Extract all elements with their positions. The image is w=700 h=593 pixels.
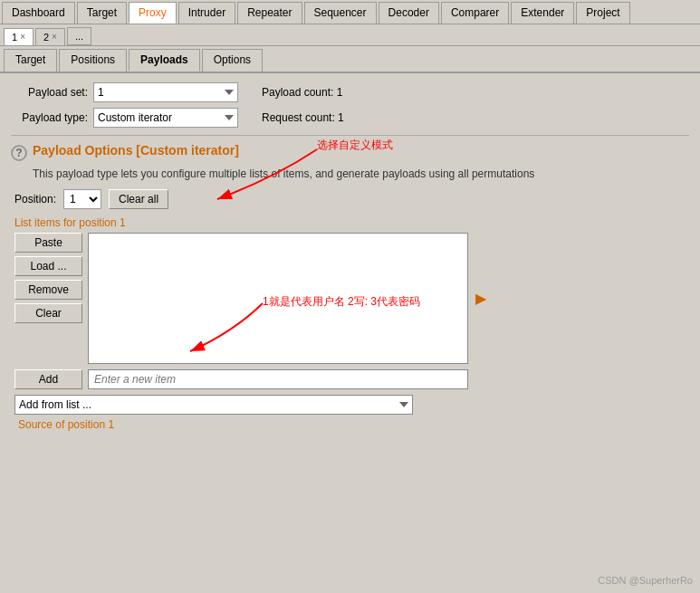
payload-type-label: Payload type:: [11, 111, 88, 124]
sub-tab-2-close[interactable]: ×: [52, 32, 57, 42]
main-tab-payloads[interactable]: Payloads: [129, 49, 200, 72]
payload-set-label: Payload set:: [11, 86, 88, 99]
options-section: ? Payload Options [Custom iterator] This…: [11, 143, 689, 431]
clear-all-button[interactable]: Clear all: [109, 189, 168, 209]
remove-button[interactable]: Remove: [14, 280, 82, 300]
payload-count: Payload count: 1: [262, 86, 342, 99]
add-input[interactable]: [88, 369, 468, 389]
tab-project[interactable]: Project: [576, 2, 629, 24]
options-desc: This payload type lets you configure mul…: [33, 167, 689, 182]
tab-target[interactable]: Target: [77, 2, 127, 24]
sub-tab-2[interactable]: 2 ×: [35, 28, 65, 45]
list-buttons: Paste Load ... Remove Clear: [14, 233, 82, 364]
payload-set-row: Payload set: 1 2 3 Payload count: 1: [11, 82, 689, 102]
load-button[interactable]: Load ...: [14, 256, 82, 276]
main-tab-options[interactable]: Options: [202, 49, 263, 72]
watermark: CSDN @SuperherRo: [598, 575, 693, 586]
add-row: Add: [14, 369, 689, 389]
sub-tab-1[interactable]: 1 ×: [4, 28, 34, 45]
tab-sequencer[interactable]: Sequencer: [304, 2, 377, 24]
tab-decoder[interactable]: Decoder: [379, 2, 439, 24]
main-tab-target[interactable]: Target: [4, 49, 57, 72]
tab-repeater[interactable]: Repeater: [237, 2, 302, 24]
menu-bar: Dashboard Target Proxy Intruder Repeater…: [0, 0, 700, 24]
options-header: ? Payload Options [Custom iterator]: [11, 143, 689, 161]
help-icon[interactable]: ?: [11, 145, 27, 161]
tab-comparer[interactable]: Comparer: [441, 2, 509, 24]
scroll-arrow-icon: ▶: [475, 290, 486, 307]
list-section: List items for position 1 Paste Load ...…: [14, 216, 689, 431]
add-from-list-row: Add from list ...: [14, 395, 689, 415]
list-area: Paste Load ... Remove Clear ▶: [14, 233, 689, 364]
tab-intruder[interactable]: Intruder: [178, 2, 235, 24]
add-from-list-select[interactable]: Add from list ...: [14, 395, 413, 415]
main-tab-bar: Target Positions Payloads Options: [0, 46, 700, 73]
position-label: Position:: [14, 193, 56, 206]
options-title: Payload Options [Custom iterator]: [33, 143, 239, 158]
paste-button[interactable]: Paste: [14, 233, 82, 253]
tab-extender[interactable]: Extender: [511, 2, 574, 24]
request-count: Request count: 1: [262, 111, 344, 124]
help-char: ?: [15, 147, 22, 159]
sub-tab-bar: 1 × 2 × ...: [0, 24, 700, 46]
clear-button[interactable]: Clear: [14, 303, 82, 323]
bottom-section-label: Source of position 1: [18, 418, 689, 431]
sub-tab-1-close[interactable]: ×: [20, 32, 25, 42]
sub-tab-1-label: 1: [12, 32, 17, 43]
payload-type-select[interactable]: Custom iterator Simple list Runtime file…: [93, 108, 238, 128]
payload-set-select[interactable]: 1 2 3: [93, 82, 238, 102]
divider-1: [11, 135, 689, 136]
main-tab-positions[interactable]: Positions: [59, 49, 127, 72]
add-button[interactable]: Add: [14, 369, 82, 389]
payload-type-row: Payload type: Custom iterator Simple lis…: [11, 108, 689, 128]
position-select[interactable]: 1 2 3: [63, 189, 101, 209]
position-row: Position: 1 2 3 Clear all: [14, 189, 689, 209]
tab-proxy[interactable]: Proxy: [129, 2, 177, 24]
sub-tab-2-label: 2: [43, 32, 49, 43]
sub-tab-ellipsis[interactable]: ...: [67, 27, 91, 45]
tab-dashboard[interactable]: Dashboard: [2, 2, 75, 24]
content-area: Payload set: 1 2 3 Payload count: 1 Payl…: [0, 73, 700, 440]
list-label: List items for position 1: [14, 216, 689, 229]
list-textarea[interactable]: [88, 233, 468, 364]
